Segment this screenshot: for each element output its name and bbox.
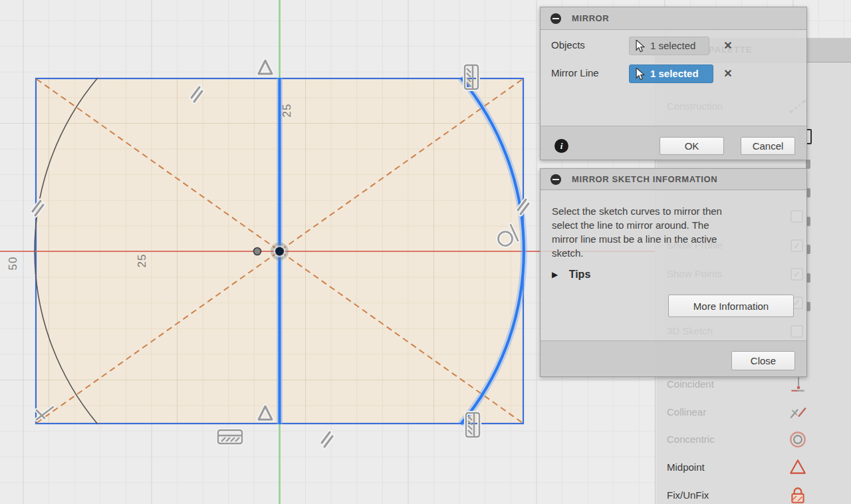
mirror-line-clear-icon[interactable]: ✕ <box>721 66 735 81</box>
palette-row-concentric[interactable]: Concentric <box>656 432 851 449</box>
concentric-icon[interactable] <box>788 430 808 449</box>
tips-expander[interactable]: ▶ Tips <box>552 269 590 283</box>
objects-label: Objects <box>551 39 585 51</box>
dimension-label-50[interactable]: 50 <box>7 253 20 273</box>
palette-row-collinear[interactable]: Collinear <box>656 404 851 422</box>
sketch-profile-fill[interactable] <box>35 78 524 424</box>
mirror-dialog: MIRROR Objects 1 selected ✕ Mirror Line … <box>540 7 807 160</box>
cancel-button[interactable]: Cancel <box>741 137 795 155</box>
collapse-icon[interactable] <box>550 174 561 185</box>
mirror-line-label: Mirror Line <box>551 67 599 78</box>
info-icon[interactable]: i <box>554 139 568 153</box>
palette-row-midpoint[interactable]: Midpoint <box>656 459 851 477</box>
objects-clear-icon[interactable]: ✕ <box>721 39 735 53</box>
coincident-icon[interactable] <box>788 374 808 394</box>
midpoint-icon[interactable] <box>788 457 808 477</box>
dimension-label-25-top[interactable]: 25 <box>281 100 294 120</box>
cursor-icon <box>635 40 646 53</box>
palette-row-coincident[interactable]: Coincident <box>656 376 851 394</box>
dimension-label-25-left[interactable]: 25 <box>136 251 149 271</box>
tips-label: Tips <box>569 269 591 280</box>
mirror-dialog-title: MIRROR <box>572 7 609 29</box>
mirror-dialog-header[interactable]: MIRROR <box>541 7 806 30</box>
expander-arrow-icon[interactable]: ▶ <box>552 270 558 279</box>
palette-row-fix-unfix[interactable]: Fix/UnFix <box>656 487 851 504</box>
info-dialog-header[interactable]: MIRROR SKETCH INFORMATION <box>541 169 806 190</box>
palette-icon-edge <box>806 160 810 169</box>
objects-selection-chip[interactable]: 1 selected <box>629 37 709 55</box>
info-dialog-title: MIRROR SKETCH INFORMATION <box>572 169 717 189</box>
close-button[interactable]: Close <box>731 351 795 370</box>
collinear-icon[interactable] <box>788 402 808 422</box>
info-body-text: Select the sketch curves to mirror then … <box>552 204 722 260</box>
mirror-sketch-information-dialog: MIRROR SKETCH INFORMATION Select the ske… <box>540 168 807 377</box>
mirror-line-selection-chip[interactable]: 1 selected <box>629 64 713 83</box>
cursor-icon <box>635 68 646 81</box>
collapse-icon[interactable] <box>550 13 561 24</box>
ok-button[interactable]: OK <box>660 137 724 155</box>
lock-icon[interactable] <box>788 485 808 504</box>
more-information-button[interactable]: More Information <box>668 295 794 317</box>
